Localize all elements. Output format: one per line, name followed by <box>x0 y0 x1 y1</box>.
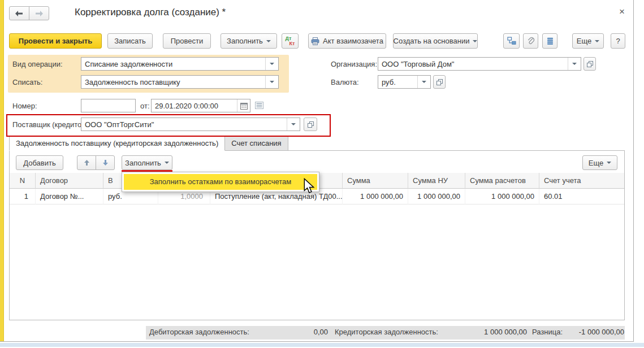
supplier-value: ООО "ОптТоргСити" <box>81 118 287 130</box>
window-accent-stripe <box>0 0 4 341</box>
back-button[interactable] <box>9 6 29 20</box>
structure-icon <box>507 37 516 45</box>
post-and-close-button[interactable]: Провести и закрыть <box>9 33 102 49</box>
cell-account[interactable]: 60.01 <box>539 189 624 205</box>
tab-supplier-debt[interactable]: Задолженность поставщику (кредиторская з… <box>9 136 225 151</box>
add-row-button[interactable]: Добавить <box>16 155 63 170</box>
cell-line-number[interactable]: 1 <box>10 189 36 205</box>
down-arrow-icon <box>102 159 109 166</box>
up-arrow-icon <box>84 159 90 166</box>
tab-bar: Задолженность поставщику (кредиторская з… <box>9 136 288 151</box>
supplier-open-button[interactable] <box>304 118 317 131</box>
document-journal-button[interactable] <box>255 102 263 111</box>
forward-button[interactable] <box>29 6 49 20</box>
offset-act-label: Акт взаимозачета <box>323 37 383 45</box>
write-off-label: Списать: <box>12 78 42 86</box>
chevron-down-icon <box>473 40 477 42</box>
fill-menu-button[interactable]: Заполнить <box>221 33 277 49</box>
tab-supplier-debt-label: Задолженность поставщику (кредиторская з… <box>16 139 218 147</box>
calendar-icon <box>240 102 248 110</box>
operation-kind-value: Списание задолженности <box>81 58 265 70</box>
dropdown-button[interactable] <box>287 118 300 130</box>
menu-lines-icon <box>255 102 263 109</box>
back-arrow-icon <box>15 11 23 16</box>
chevron-down-icon <box>595 40 599 42</box>
column-header-n[interactable]: N <box>10 173 36 189</box>
column-header-amount-nu[interactable]: Сумма НУ <box>408 173 465 189</box>
organization-value: ООО "Торговый Дом" <box>378 58 568 70</box>
table-more-button[interactable]: Еще <box>582 155 617 170</box>
currency-label: Валюта: <box>331 78 359 86</box>
operation-kind-label: Вид операции: <box>12 60 63 68</box>
supplier-select[interactable]: ООО "ОптТоргСити" <box>81 118 300 131</box>
close-icon[interactable]: × <box>619 6 625 18</box>
offset-act-print-button[interactable]: Акт взаимозачета <box>308 33 386 49</box>
post-label: Провести <box>171 37 204 45</box>
currency-select[interactable]: руб. <box>378 75 431 89</box>
mouse-cursor-icon <box>304 178 315 196</box>
column-header-account[interactable]: Счет учета <box>539 173 624 189</box>
number-input[interactable] <box>81 99 136 112</box>
post-button[interactable]: Провести <box>163 33 211 49</box>
calendar-button[interactable] <box>237 99 250 112</box>
payables-value: 1 000 000,00 <box>448 328 527 336</box>
registers-button[interactable] <box>542 33 557 49</box>
table-more-label: Еще <box>589 159 603 167</box>
date-input[interactable]: 29.01.2020 0:00:00 <box>151 99 250 112</box>
cell-amount-settlements[interactable]: 1 000 000,00 <box>465 189 539 205</box>
desktop-taskbar-strip <box>0 343 644 347</box>
tab-writeoff-account[interactable]: Счет списания <box>225 136 288 151</box>
number-label: Номер: <box>12 102 37 110</box>
cell-amount-nu[interactable]: 1 000 000,00 <box>408 189 465 205</box>
write-off-select[interactable]: Задолженность поставщику <box>81 75 279 89</box>
forward-arrow-icon <box>35 11 43 16</box>
more-label: Еще <box>577 37 591 45</box>
dropdown-button[interactable] <box>265 58 278 70</box>
paperclip-icon <box>526 37 535 45</box>
page-title: Корректировка долга (создание) * <box>75 7 226 18</box>
chevron-down-icon <box>291 123 296 125</box>
save-label: Записать <box>114 37 146 45</box>
move-up-button[interactable] <box>77 155 96 170</box>
window-bottom-border <box>0 341 634 342</box>
post-and-close-label: Провести и закрыть <box>19 37 92 45</box>
list-icon <box>547 37 554 45</box>
help-button[interactable]: ? <box>611 33 625 49</box>
dropdown-button[interactable] <box>568 58 581 70</box>
open-form-icon <box>308 121 314 128</box>
date-label: от: <box>140 102 150 110</box>
printer-icon <box>311 37 319 45</box>
receivables-label: Дебиторская задолженность: <box>149 328 249 336</box>
table-fill-menu-button[interactable]: Заполнить <box>122 155 172 170</box>
dropdown-button[interactable] <box>265 76 278 88</box>
chevron-down-icon <box>165 162 169 164</box>
operation-kind-select[interactable]: Списание задолженности <box>81 57 279 71</box>
save-button[interactable]: Записать <box>107 33 153 49</box>
column-header-amount-settlements[interactable]: Сумма расчетов <box>465 173 539 189</box>
menu-item-fill-with-balances[interactable]: Заполнить остатками по взаиморасчетам <box>124 174 317 190</box>
difference-value: -1 000 000,00 <box>545 328 624 336</box>
attachments-button[interactable] <box>523 33 538 49</box>
more-button[interactable]: Еще <box>572 33 604 49</box>
organization-select[interactable]: ООО "Торговый Дом" <box>378 57 581 71</box>
currency-open-button[interactable] <box>433 75 446 89</box>
dropdown-button[interactable] <box>417 76 430 88</box>
fill-dropdown-menu: Заполнить остатками по взаиморасчетам <box>122 172 319 192</box>
create-on-basis-button[interactable]: Создать на основании <box>393 33 478 49</box>
column-header-contract[interactable]: Договор <box>36 173 103 189</box>
currency-value: руб. <box>378 76 417 88</box>
dt-kt-icon: Дт Кт <box>286 36 295 46</box>
cell-amount[interactable]: 1 000 000,00 <box>343 189 408 205</box>
organization-open-button[interactable] <box>584 57 596 71</box>
dt-kt-postings-button[interactable]: Дт Кт <box>282 33 299 49</box>
column-header-amount[interactable]: Сумма <box>343 173 408 189</box>
cell-contract[interactable]: Договор №... <box>36 189 103 205</box>
fill-label: Заполнить <box>227 37 263 45</box>
document-structure-button[interactable] <box>503 33 520 49</box>
supplier-label: Поставщик (кредитор): <box>12 120 90 129</box>
table-fill-label: Заполнить <box>125 159 161 167</box>
chevron-down-icon <box>572 63 577 65</box>
chevron-down-icon <box>270 81 274 83</box>
chevron-down-icon <box>607 162 611 164</box>
move-down-button[interactable] <box>96 155 115 170</box>
